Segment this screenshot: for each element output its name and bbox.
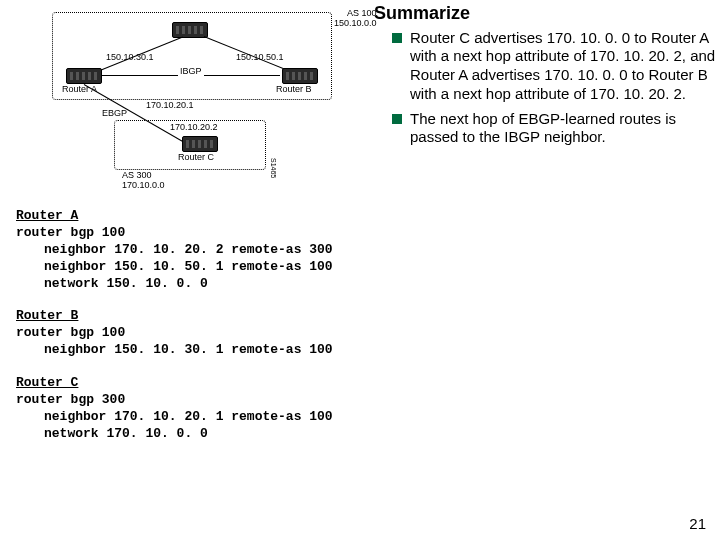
- label-ip-b-top: 150.10.50.1: [236, 52, 284, 62]
- config-line: router bgp 300: [16, 392, 125, 407]
- label-ip-a-down: 170.10.20.1: [146, 100, 194, 110]
- summary-bullet: Router C advertises 170. 10. 0. 0 to Rou…: [392, 29, 716, 104]
- router-top-icon: [172, 22, 208, 38]
- summary-panel: Summarize Router C advertises 170. 10. 0…: [366, 0, 720, 153]
- figure-id: S1465: [270, 158, 277, 178]
- config-router-c: Router C router bgp 300 neighbor 170. 10…: [16, 375, 720, 443]
- config-line: router bgp 100: [16, 225, 125, 240]
- summary-title: Summarize: [374, 2, 716, 25]
- config-line: neighbor 150. 10. 50. 1 remote-as 100: [16, 259, 720, 276]
- config-title: Router C: [16, 375, 78, 390]
- config-title: Router A: [16, 208, 78, 223]
- config-line: network 170. 10. 0. 0: [16, 426, 720, 443]
- as100-label: AS 100 150.10.0.0: [334, 8, 377, 28]
- config-router-b: Router B router bgp 100 neighbor 150. 10…: [16, 308, 720, 359]
- page-number: 21: [689, 515, 706, 532]
- config-line: neighbor 170. 10. 20. 1 remote-as 100: [16, 409, 720, 426]
- config-section: Router A router bgp 100 neighbor 170. 10…: [16, 208, 720, 443]
- label-ebgp: EBGP: [102, 108, 127, 118]
- config-line: network 150. 10. 0. 0: [16, 276, 720, 293]
- config-title: Router B: [16, 308, 78, 323]
- router-c-icon: [182, 136, 218, 152]
- config-line: neighbor 150. 10. 30. 1 remote-as 100: [16, 342, 720, 359]
- router-b-icon: [282, 68, 318, 84]
- config-line: router bgp 100: [16, 325, 125, 340]
- router-a-icon: [66, 68, 102, 84]
- network-diagram: AS 100 150.10.0.0 Router A 150.10.30.1 R…: [6, 4, 366, 184]
- config-line: neighbor 170. 10. 20. 2 remote-as 300: [16, 242, 720, 259]
- label-ibgp: IBGP: [178, 66, 204, 76]
- as300-label: AS 300 170.10.0.0: [122, 170, 165, 190]
- summary-bullet: The next hop of EBGP-learned routes is p…: [392, 110, 716, 148]
- router-b-name: Router B: [276, 84, 312, 94]
- label-ip-a-top: 150.10.30.1: [106, 52, 154, 62]
- config-router-a: Router A router bgp 100 neighbor 170. 10…: [16, 208, 720, 292]
- router-c-name: Router C: [178, 152, 214, 162]
